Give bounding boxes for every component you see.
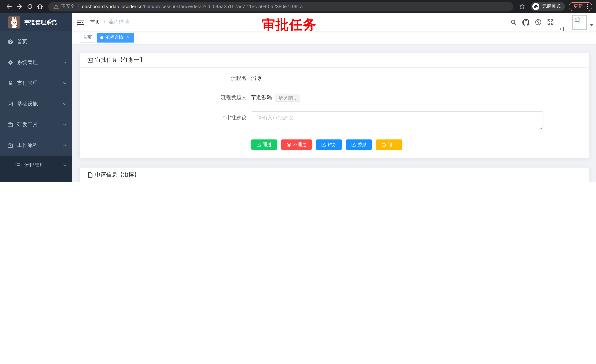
apply-info-card: 申请信息【滔博】 *单行文本 *多选框组 xyxy=(80,167,589,182)
breadcrumb-current: 流程详情 xyxy=(108,19,129,26)
picture-icon xyxy=(87,57,93,63)
sidebar-item-task-mgmt[interactable]: 任务管理 xyxy=(0,175,72,182)
breadcrumb: 首页 / 流程详情 xyxy=(90,19,129,26)
github-icon[interactable] xyxy=(520,13,532,31)
breadcrumb-separator: / xyxy=(104,19,105,25)
suggestion-label: *审批建议 xyxy=(202,111,251,121)
browser-toolbar: 不安全 dashboard.yudao.iocoder.cn/bpm/proce… xyxy=(0,0,596,13)
url-path: /bpm/process-instance/detail?id=54aa251f… xyxy=(142,4,303,9)
home-icon[interactable] xyxy=(35,1,45,12)
sidebar-item-devtools[interactable]: 研发工具 xyxy=(0,114,72,135)
sidebar-item-label: 支付管理 xyxy=(17,80,38,87)
suggestion-row: *审批建议 xyxy=(202,111,581,131)
warning-icon xyxy=(53,4,59,9)
gear-icon xyxy=(7,59,13,66)
workflow-submenu: 流程管理 任务管理 我的流程 xyxy=(0,156,72,182)
refresh-icon[interactable] xyxy=(24,1,35,12)
sidebar-item-home[interactable]: 首页 xyxy=(0,31,72,52)
font-size-big-t: T xyxy=(562,26,566,31)
button-label: 通过 xyxy=(263,141,272,148)
address-bar[interactable]: 不安全 dashboard.yudao.iocoder.cn/bpm/proce… xyxy=(48,2,513,11)
card-header: 审批任务【任务一】 xyxy=(80,53,589,68)
button-label: 退回 xyxy=(388,141,397,148)
close-icon[interactable]: × xyxy=(126,35,131,40)
avatar[interactable] xyxy=(572,13,587,31)
fullscreen-icon[interactable] xyxy=(544,13,556,31)
tags-view: 首页 流程详情 × xyxy=(72,31,596,44)
approval-task-card: 审批任务【任务一】 流程名 滔博 流程发起人 芋道源码 研发部门 xyxy=(80,52,589,158)
font-size-small-t: T xyxy=(560,27,562,31)
sidebar-item-label: 首页 xyxy=(17,38,27,45)
sidebar-item-workflow[interactable]: 工作流程 xyxy=(0,135,72,156)
return-button[interactable]: 退回 xyxy=(376,139,402,150)
delegate-button[interactable]: 委派 xyxy=(346,139,372,150)
sidebar: 芋道管理系统 首页 系统管理 ¥ 支付管理 xyxy=(0,13,72,182)
chevron-down-icon xyxy=(63,102,67,106)
process-name-label: 流程名 xyxy=(202,75,251,82)
yuan-icon: ¥ xyxy=(7,80,13,86)
dept-tag: 研发部门 xyxy=(275,94,300,102)
incognito-label: 无痕模式 xyxy=(542,3,561,10)
incognito-icon xyxy=(533,3,540,10)
monitor-icon xyxy=(7,101,13,107)
sidebar-item-label: 基础设施 xyxy=(17,101,38,107)
transfer-button[interactable]: 转办 xyxy=(316,139,342,150)
tag-home[interactable]: 首页 xyxy=(80,33,95,42)
bookmark-star-icon[interactable] xyxy=(517,1,527,12)
breadcrumb-home[interactable]: 首页 xyxy=(90,19,100,26)
update-button[interactable]: 更新 xyxy=(569,2,592,11)
chevron-down-icon xyxy=(63,81,67,86)
chevron-down-icon xyxy=(63,163,67,167)
button-label: 委派 xyxy=(358,141,366,148)
sidebar-item-infra[interactable]: 基础设施 xyxy=(0,94,72,114)
chevron-down-icon xyxy=(63,60,67,65)
active-dot xyxy=(100,36,103,39)
tag-process-detail[interactable]: 流程详情 × xyxy=(97,33,134,42)
sidebar-item-system[interactable]: 系统管理 xyxy=(0,52,72,73)
sidebar-item-payment[interactable]: ¥ 支付管理 xyxy=(0,73,72,94)
sidebar-collapse-icon[interactable] xyxy=(72,13,90,31)
search-icon[interactable] xyxy=(507,13,520,31)
card-title: 申请信息【滔博】 xyxy=(95,171,140,178)
font-size-icon[interactable]: TT xyxy=(556,13,569,31)
approve-button[interactable]: 通过 xyxy=(251,139,277,150)
back-icon[interactable] xyxy=(4,1,14,12)
chevron-down-icon xyxy=(63,123,67,127)
reject-button[interactable]: 不通过 xyxy=(281,139,312,150)
toolbox-icon xyxy=(7,142,13,148)
top-navbar: 首页 / 流程详情 xyxy=(72,13,596,31)
dashboard-icon xyxy=(7,39,13,45)
list-icon xyxy=(15,162,21,168)
required-mark: * xyxy=(223,115,225,121)
initiator-label: 流程发起人 xyxy=(202,94,251,101)
sidebar-item-label: 研发工具 xyxy=(17,121,38,128)
forward-icon[interactable] xyxy=(14,1,24,12)
url-divider xyxy=(78,4,78,9)
sidebar-item-process-mgmt[interactable]: 流程管理 xyxy=(0,156,72,175)
flow-icon xyxy=(15,182,21,182)
tag-label: 流程详情 xyxy=(105,34,123,41)
sidebar-item-label: 流程管理 xyxy=(24,162,45,169)
button-label: 不通过 xyxy=(293,141,306,148)
caret-down-icon[interactable] xyxy=(590,23,594,26)
incognito-badge: 无痕模式 xyxy=(531,2,565,11)
sidebar-item-label: 工作流程 xyxy=(17,142,38,149)
initiator-value: 芋道源码 xyxy=(251,94,272,101)
sidebar-item-label: 系统管理 xyxy=(17,59,38,66)
question-icon[interactable] xyxy=(532,13,544,31)
browser-menu-icon[interactable] xyxy=(586,3,590,10)
app-logo[interactable]: 芋道管理系统 xyxy=(0,13,72,31)
suggestion-textarea[interactable] xyxy=(251,111,544,131)
screen: 不安全 dashboard.yudao.iocoder.cn/bpm/proce… xyxy=(0,0,596,182)
button-label: 转办 xyxy=(328,141,336,148)
chevron-up-icon xyxy=(63,143,67,148)
update-label: 更新 xyxy=(574,3,583,10)
process-name-row: 流程名 滔博 xyxy=(202,75,581,82)
initiator-row: 流程发起人 芋道源码 研发部门 xyxy=(202,94,581,102)
url-domain: dashboard.yudao.iocoder.cn xyxy=(82,4,142,9)
document-icon xyxy=(87,172,93,178)
process-name-value: 滔博 xyxy=(251,75,261,82)
annotation-overlay: 审批任务 xyxy=(262,16,317,34)
security-label[interactable]: 不安全 xyxy=(61,3,75,10)
resize-handle[interactable] xyxy=(539,126,542,130)
